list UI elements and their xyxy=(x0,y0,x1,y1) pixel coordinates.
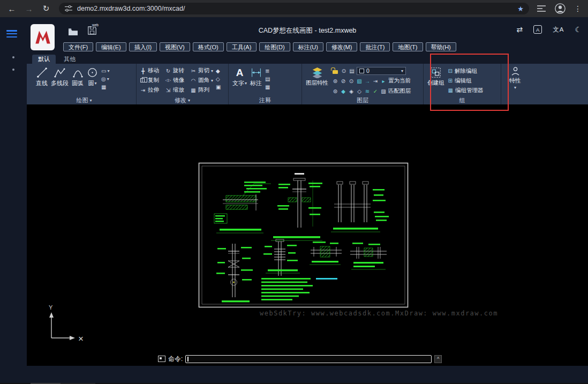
leader-tool-button[interactable]: ▤ xyxy=(265,76,270,82)
menu-view-button[interactable]: 视图(V) xyxy=(160,42,190,51)
menu-tools-button[interactable]: 工具(A) xyxy=(227,42,257,51)
explode-tool-button[interactable]: ◆ xyxy=(216,67,221,74)
sidebar-dot-icon xyxy=(12,69,14,71)
offset-tool-button[interactable]: ◇ xyxy=(216,76,221,82)
mirror-button[interactable]: ◁▷ 镜像 xyxy=(164,77,189,84)
table-icon: ▦ xyxy=(265,84,270,90)
line-button[interactable]: 直线 xyxy=(34,66,49,88)
move-button[interactable]: ╋ 移动 xyxy=(139,67,164,74)
table-tool-button[interactable]: ▦ xyxy=(265,84,270,90)
menu-format-button[interactable]: 格式(O) xyxy=(193,42,224,51)
diamond-outline-icon: ◇ xyxy=(216,76,220,82)
circle-button[interactable]: 圆 ▾ xyxy=(85,66,100,88)
rectangle-tool-button[interactable]: ▭ ▾ xyxy=(101,67,109,74)
ungroup-button[interactable]: ⊟ 解除编组 xyxy=(448,66,484,76)
rotate-button[interactable]: ↻ 旋转 xyxy=(164,67,189,74)
line-icon xyxy=(36,67,48,78)
menu-map-button[interactable]: 地图(T) xyxy=(393,42,423,51)
menu-modify-button[interactable]: 修改(M) xyxy=(326,42,358,51)
layer-properties-button[interactable]: 图层特性 xyxy=(304,66,330,88)
app-logo[interactable] xyxy=(31,24,55,50)
unlock-icon[interactable] xyxy=(333,70,338,74)
layer-tool-icon[interactable]: → xyxy=(364,78,371,84)
menu-dimension-button[interactable]: 标注(U) xyxy=(293,42,323,51)
menu-file-button[interactable]: 文件(F) xyxy=(63,42,93,51)
donut-tool-button[interactable]: ◎ ▾ xyxy=(101,76,109,82)
layer-tool-icon[interactable]: ◆ xyxy=(340,88,346,94)
create-group-button[interactable]: 创建组 xyxy=(426,66,446,88)
panel-draw-label[interactable]: 绘图 ▾ xyxy=(34,96,134,104)
scan-translate-icon[interactable]: A xyxy=(533,25,542,34)
layer-tool-icon[interactable]: ✓ xyxy=(372,88,379,94)
properties-label[interactable]: 特性 xyxy=(509,77,521,85)
layer-tool-icon[interactable]: ◇ xyxy=(356,88,363,94)
tab-default[interactable]: 默认 xyxy=(32,55,56,64)
site-settings-icon[interactable] xyxy=(64,5,73,12)
edit-group-icon: ⊞ xyxy=(448,78,453,84)
command-window-icon[interactable] xyxy=(158,356,165,362)
panel-modify-label[interactable]: 修改 ▾ xyxy=(139,96,226,104)
drawing-canvas[interactable]: webSdkTry: www.webcadsdk.com.MxDraw: www… xyxy=(27,104,588,366)
menu-edit-button[interactable]: 编辑(E) xyxy=(96,42,126,51)
tab-other[interactable]: 其他 xyxy=(58,55,81,64)
side-panel-icon[interactable] xyxy=(537,5,546,12)
polyline-button[interactable]: 多线段 xyxy=(49,66,70,88)
crosshair-cursor: × xyxy=(78,334,84,344)
mxdraw-logo-icon xyxy=(32,26,54,49)
layer-color-select[interactable]: 0 ▾ xyxy=(357,67,406,75)
command-prompt-label: 命令: xyxy=(168,355,183,364)
command-input-box[interactable] xyxy=(185,355,432,363)
copy-button[interactable]: 复制 xyxy=(139,77,164,84)
trim-button[interactable]: ✂ 剪切 ▾ xyxy=(189,67,214,74)
reload-icon[interactable]: ↻ xyxy=(41,4,51,13)
command-expand-button[interactable]: ^ xyxy=(434,355,442,363)
menu-insert-button[interactable]: 插入(I) xyxy=(129,42,157,51)
stretch-button[interactable]: ⇥ 拉伸 xyxy=(139,86,164,94)
layer-tool-icon[interactable]: ⊘ xyxy=(340,78,346,84)
edit-group-button[interactable]: ⊞ 编辑组 xyxy=(448,76,484,85)
layer-list-icon[interactable]: ▤ xyxy=(349,68,355,74)
layer-tool-icon[interactable]: ◈ xyxy=(348,88,355,94)
layer-tool-icon[interactable]: ≋ xyxy=(364,88,371,94)
cad-drawing[interactable] xyxy=(198,162,409,308)
layer-isolate-icon[interactable]: ⊙ xyxy=(341,68,347,74)
sync-swap-icon[interactable]: ⇄ xyxy=(517,25,523,34)
properties-person-icon[interactable] xyxy=(510,66,521,76)
fillet-button[interactable]: ◠ 圆角 ▾ xyxy=(189,77,214,84)
forward-icon[interactable]: → xyxy=(24,4,34,13)
arc-button[interactable]: 圆弧 xyxy=(70,66,85,88)
set-current-layer-button[interactable]: ▸ 置为当前 xyxy=(380,77,411,85)
mtext-tool-button[interactable]: ≣ xyxy=(265,67,270,74)
panel-annotate-label[interactable]: 注释 xyxy=(231,96,299,104)
text-button[interactable]: A 文字 ▾ xyxy=(231,66,248,88)
panel-group-label[interactable]: 组 xyxy=(426,96,499,104)
translate-icon[interactable]: 文A xyxy=(553,26,564,34)
profile-avatar-icon[interactable] xyxy=(554,3,566,14)
layer-tool-icon[interactable]: ⇥ xyxy=(372,78,379,84)
browser-menu-icon[interactable]: ⋮ xyxy=(574,4,582,13)
dimension-button[interactable]: 标注 xyxy=(248,66,263,88)
panel-draw: 直线 多线段 圆弧 xyxy=(32,64,137,104)
array-button[interactable]: ▦ 阵列 xyxy=(189,86,214,94)
address-bar[interactable]: demo2.mxdraw3d.com:3000/mxcad/ ★ xyxy=(59,3,529,14)
hamburger-menu-icon[interactable] xyxy=(6,30,17,37)
layer-tool-icon[interactable]: ▧ xyxy=(356,78,363,84)
command-input[interactable] xyxy=(186,356,431,363)
panel-layer-label[interactable]: 图层 xyxy=(304,96,421,104)
chevron-down-icon[interactable]: ▾ xyxy=(514,85,516,90)
group-manager-button[interactable]: ▦ 编组管理器 xyxy=(448,86,484,95)
menu-draw-button[interactable]: 绘图(D) xyxy=(259,42,290,51)
dark-mode-moon-icon[interactable]: ☾ xyxy=(575,25,582,34)
layer-tool-icon[interactable]: ⊙ xyxy=(348,78,355,84)
match-layer-button[interactable]: ▨ 匹配图层 xyxy=(380,87,411,95)
hatch-tool-button[interactable]: ▦ xyxy=(101,84,109,90)
menu-help-button[interactable]: 帮助(H) xyxy=(426,42,456,51)
back-icon[interactable]: ← xyxy=(6,4,17,13)
bookmark-star-icon[interactable]: ★ xyxy=(517,5,524,13)
erase-tool-button[interactable]: ▣ xyxy=(216,84,221,90)
layer-tool-icon[interactable]: ⊜ xyxy=(332,88,338,94)
url-text[interactable]: demo2.mxdraw3d.com:3000/mxcad/ xyxy=(77,5,513,12)
layer-tool-icon[interactable]: ⊜ xyxy=(332,78,338,84)
scale-button[interactable]: ⇲ 缩放 xyxy=(164,86,189,94)
menu-annotate-button[interactable]: 批注(T) xyxy=(360,42,390,51)
